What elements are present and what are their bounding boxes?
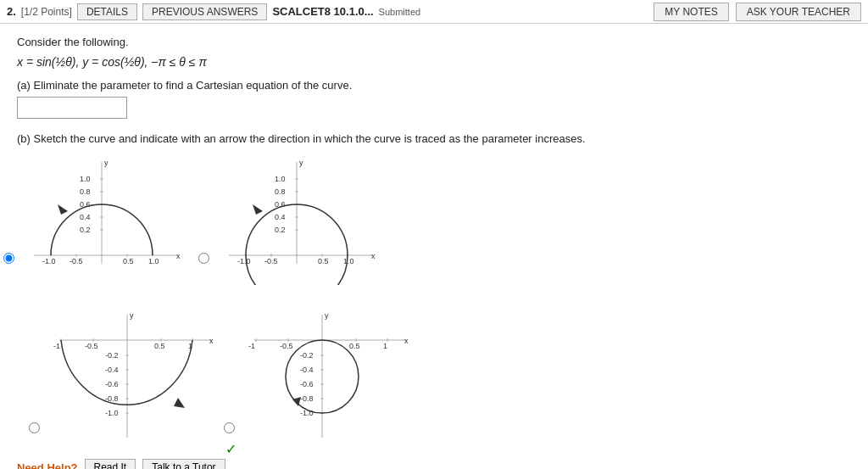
svg-text:1.0: 1.0 bbox=[80, 175, 91, 183]
svg-text:y: y bbox=[130, 311, 134, 320]
consider-text: Consider the following. bbox=[17, 36, 851, 48]
svg-text:x: x bbox=[371, 252, 376, 260]
correct-checkmark: ✓ bbox=[225, 441, 236, 457]
svg-marker-69 bbox=[174, 398, 185, 408]
main-content: Consider the following. x = sin(½θ), y =… bbox=[0, 24, 868, 469]
svg-text:x: x bbox=[209, 337, 214, 345]
radio-graph-3[interactable] bbox=[29, 422, 40, 433]
svg-text:0.5: 0.5 bbox=[154, 342, 165, 350]
svg-text:-0.6: -0.6 bbox=[105, 380, 119, 388]
svg-graph-3: y x -0.2 -0.4 -0.6 -0.8 -1.0 -1 -0.5 0 bbox=[42, 306, 220, 442]
svg-text:-0.4: -0.4 bbox=[300, 366, 314, 374]
svg-text:0.5: 0.5 bbox=[123, 257, 134, 265]
points-badge: [1/2 Points] bbox=[21, 6, 72, 18]
svg-text:-0.6: -0.6 bbox=[300, 380, 314, 388]
part-b-label: (b) Sketch the curve and indicate with a… bbox=[17, 132, 851, 145]
svg-text:y: y bbox=[299, 159, 303, 167]
svg-text:0.2: 0.2 bbox=[275, 226, 286, 234]
svg-text:0.8: 0.8 bbox=[275, 187, 286, 196]
part-a-label: (a) Eliminate the parameter to find a Ca… bbox=[17, 79, 851, 92]
submitted-badge: Submitted bbox=[379, 7, 421, 17]
svg-graph-1: y x 1.0 0.8 0.6 0.4 0.2 -1.0 -0.5 bbox=[17, 154, 186, 285]
talk-to-tutor-button[interactable]: Talk to a Tutor bbox=[142, 459, 225, 469]
graph-2: y x 1.0 0.8 0.6 0.4 0.2 -1.0 -0.5 0.5 bbox=[212, 154, 381, 289]
svg-marker-22 bbox=[58, 204, 68, 215]
svg-text:1.0: 1.0 bbox=[343, 257, 354, 265]
svg-text:-1.0: -1.0 bbox=[42, 257, 56, 265]
svg-graph-4: y x -0.2 -0.4 -0.6 -0.8 -1.0 -1 -0.5 0 bbox=[237, 306, 415, 442]
svg-text:0.4: 0.4 bbox=[275, 213, 286, 221]
svg-text:-1: -1 bbox=[53, 342, 60, 350]
svg-graph-2: y x 1.0 0.8 0.6 0.4 0.2 -1.0 -0.5 0.5 bbox=[212, 154, 381, 285]
svg-text:-0.2: -0.2 bbox=[105, 351, 119, 360]
my-notes-button[interactable]: MY NOTES bbox=[654, 3, 728, 21]
bottom-graphs-row: y x -0.2 -0.4 -0.6 -0.8 -1.0 -1 -0.5 0 bbox=[42, 306, 851, 442]
svg-text:0.8: 0.8 bbox=[80, 187, 91, 196]
radio-graph-4[interactable] bbox=[224, 422, 235, 433]
svg-text:-1.0: -1.0 bbox=[237, 257, 251, 265]
read-it-button[interactable]: Read It bbox=[85, 459, 136, 469]
svg-text:-1.0: -1.0 bbox=[105, 409, 119, 417]
svg-text:x: x bbox=[404, 337, 409, 345]
equation-line: x = sin(½θ), y = cos(½θ), −π ≤ θ ≤ π bbox=[17, 55, 851, 69]
svg-text:0.4: 0.4 bbox=[80, 213, 91, 221]
question-number: 2. bbox=[7, 5, 16, 18]
radio-graph-2[interactable] bbox=[198, 253, 209, 264]
top-graphs-row: y x 1.0 0.8 0.6 0.4 0.2 -1.0 -0.5 bbox=[17, 154, 851, 289]
svg-text:-0.2: -0.2 bbox=[300, 351, 314, 360]
svg-text:-0.4: -0.4 bbox=[105, 366, 119, 374]
svg-marker-46 bbox=[253, 204, 263, 215]
svg-text:y: y bbox=[325, 311, 329, 320]
svg-text:-0.5: -0.5 bbox=[280, 342, 293, 350]
svg-text:-0.5: -0.5 bbox=[85, 342, 98, 350]
svg-text:1.0: 1.0 bbox=[148, 257, 159, 265]
header-bar: 2. [1/2 Points] DETAILS PREVIOUS ANSWERS… bbox=[0, 0, 868, 24]
graph-3: y x -0.2 -0.4 -0.6 -0.8 -1.0 -1 -0.5 0 bbox=[42, 306, 212, 442]
graph-1: y x 1.0 0.8 0.6 0.4 0.2 -1.0 -0.5 bbox=[17, 154, 186, 289]
need-help-label: Need Help? bbox=[17, 461, 78, 470]
radio-graph-1[interactable] bbox=[3, 253, 14, 264]
answer-input[interactable] bbox=[17, 97, 127, 119]
need-help-section: Need Help? Read It Talk to a Tutor bbox=[17, 459, 851, 469]
header-right: MY NOTES ASK YOUR TEACHER bbox=[654, 3, 861, 21]
ask-teacher-button[interactable]: ASK YOUR TEACHER bbox=[736, 3, 861, 21]
svg-text:0.5: 0.5 bbox=[349, 342, 360, 350]
course-label: SCALCET8 10.1.0... bbox=[272, 5, 373, 18]
details-tab[interactable]: DETAILS bbox=[77, 3, 137, 20]
svg-text:-1: -1 bbox=[248, 342, 255, 350]
svg-text:-0.8: -0.8 bbox=[300, 394, 314, 403]
header-left: 2. [1/2 Points] DETAILS PREVIOUS ANSWERS… bbox=[7, 3, 420, 20]
graph-4: ✓ y x -0.2 -0.4 -0.6 -0.8 -1.0 bbox=[237, 306, 407, 442]
svg-text:y: y bbox=[104, 159, 108, 167]
svg-text:-0.5: -0.5 bbox=[264, 257, 278, 265]
previous-answers-tab[interactable]: PREVIOUS ANSWERS bbox=[142, 3, 267, 20]
svg-text:-0.5: -0.5 bbox=[70, 257, 83, 265]
svg-text:1: 1 bbox=[383, 342, 387, 350]
svg-text:0.5: 0.5 bbox=[318, 257, 329, 265]
svg-text:0.2: 0.2 bbox=[80, 226, 91, 234]
svg-text:1.0: 1.0 bbox=[275, 175, 286, 183]
svg-text:x: x bbox=[176, 252, 181, 260]
